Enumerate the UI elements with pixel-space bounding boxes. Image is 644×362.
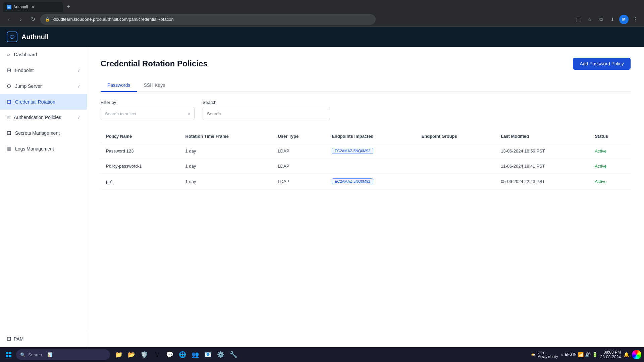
- cell-endpoint-groups: [416, 159, 496, 174]
- jump-server-icon: ⊙: [7, 83, 11, 89]
- taskbar-shield-btn[interactable]: 🛡️: [138, 349, 150, 361]
- address-bar[interactable]: 🔒 kloudlearn.kloudone.prod.authnull.com/…: [40, 14, 376, 25]
- taskbar-edge-btn[interactable]: 🌐: [176, 349, 189, 361]
- logo-icon: [7, 32, 17, 42]
- taskbar-right: 🌤️ 29°C Mostly cloudy ∧ ENG IN 📶 🔊 🔋 08:…: [531, 350, 641, 359]
- taskbar-whatsapp-btn[interactable]: 💬: [164, 349, 176, 361]
- search-label: Search: [203, 100, 330, 105]
- cell-endpoints-impacted: EC2AMAZ-5NQ0M92: [326, 174, 416, 189]
- download-button[interactable]: ⬇: [608, 15, 617, 24]
- cell-last-modified: 13-06-2024 18:59 PST: [495, 143, 589, 159]
- taskbar-time: 08:08 PM: [604, 350, 621, 355]
- app-body: ○ Dashboard ⊞ Endpoint ∨ ⊙ Jump Server ∨…: [0, 47, 644, 347]
- sidebar-item-logs-management[interactable]: ≣ Logs Management: [0, 141, 87, 157]
- endpoint-icon: ⊞: [7, 67, 11, 73]
- search-input[interactable]: [203, 107, 330, 120]
- nav-back-button[interactable]: ‹: [4, 15, 13, 24]
- tab-ssh-keys[interactable]: SSH Keys: [137, 79, 172, 92]
- color-wheel-icon[interactable]: [632, 350, 641, 359]
- sidebar-item-credential-rotation[interactable]: ⊡ Credential Rotation: [0, 94, 87, 110]
- endpoint-badge[interactable]: EC2AMAZ-5NQ0M92: [332, 178, 373, 184]
- profile-avatar[interactable]: M: [619, 15, 629, 24]
- sidebar-item-secrets-management[interactable]: ⊟ Secrets Management: [0, 125, 87, 141]
- sidebar-label-endpoint: Endpoint: [15, 68, 73, 73]
- svg-rect-1: [6, 352, 8, 354]
- weather-temp: 29°C: [538, 351, 558, 355]
- taskbar-file-explorer-btn[interactable]: 📁: [113, 349, 125, 361]
- taskbar-search-icon: 🔍: [20, 352, 25, 357]
- cell-status: Active: [589, 143, 631, 159]
- taskbar-teams-btn[interactable]: 👥: [189, 349, 201, 361]
- taskbar-search-text: Search: [28, 352, 42, 357]
- nav-reload-button[interactable]: ↻: [28, 15, 38, 24]
- notification-icon[interactable]: 🔔: [624, 352, 629, 357]
- tab-title: Authnull: [13, 5, 28, 9]
- cast-button[interactable]: ⬚: [574, 15, 583, 24]
- cell-endpoint-groups: [416, 174, 496, 189]
- policies-table: Policy Name Rotation Time Frame User Typ…: [101, 130, 631, 189]
- sidebar-item-dashboard[interactable]: ○ Dashboard: [0, 47, 87, 62]
- taskbar-search-box[interactable]: 🔍 Search 📊: [16, 349, 110, 360]
- sidebar-label-credential-rotation: Credential Rotation: [15, 99, 80, 105]
- extension-button[interactable]: ⧉: [596, 15, 606, 24]
- taskbar-dev-btn[interactable]: ⚙️: [215, 349, 227, 361]
- dashboard-icon: ○: [7, 52, 10, 58]
- svg-rect-3: [6, 355, 8, 357]
- bookmark-button[interactable]: ☆: [585, 15, 594, 24]
- battery-icon[interactable]: 🔋: [592, 352, 598, 357]
- auth-policies-chevron-icon: ∨: [77, 115, 80, 120]
- col-endpoints-impacted: Endpoints Impacted: [326, 130, 416, 143]
- filter-row: Filter by Search to select ∨ Search: [101, 100, 631, 120]
- taskbar-date: 28-08-2024: [600, 355, 621, 359]
- cell-rotation-time: 1 day: [180, 159, 273, 174]
- nav-forward-button[interactable]: ›: [16, 15, 25, 24]
- cell-user-type: LDAP: [272, 159, 326, 174]
- taskbar-vscode-btn[interactable]: 𝕍: [151, 349, 163, 361]
- auth-policies-icon: ≡: [7, 114, 10, 120]
- app-top-nav: Authnull: [0, 27, 644, 47]
- tab-favicon: A: [7, 5, 11, 9]
- new-tab-button[interactable]: +: [64, 2, 73, 11]
- sidebar-label-jump-server: Jump Server: [15, 83, 73, 89]
- sidebar-label-dashboard: Dashboard: [14, 52, 80, 57]
- add-password-policy-button[interactable]: Add Password Policy: [573, 58, 631, 70]
- menu-button[interactable]: ⋮: [631, 15, 640, 24]
- svg-rect-4: [9, 355, 11, 357]
- wifi-icon[interactable]: 📶: [578, 352, 584, 357]
- sidebar-item-jump-server[interactable]: ⊙ Jump Server ∨: [0, 78, 87, 94]
- filter-by-select[interactable]: Search to select: [101, 107, 195, 120]
- start-button[interactable]: [3, 349, 15, 361]
- taskbar-apps: 📁 📂 🛡️ 𝕍 💬 🌐 👥 📧 ⚙️ 🔧: [113, 349, 239, 361]
- sidebar-item-authentication-policies[interactable]: ≡ Authentication Policies ∨: [0, 110, 87, 125]
- cell-endpoints-impacted: EC2AMAZ-5NQ0M92: [326, 143, 416, 159]
- sidebar-item-endpoint[interactable]: ⊞ Endpoint ∨: [0, 62, 87, 78]
- pam-label: PAM: [14, 336, 23, 342]
- cell-last-modified: 05-06-2024 22:43 PST: [495, 174, 589, 189]
- taskbar-outlook-btn[interactable]: 📧: [202, 349, 214, 361]
- taskbar-system-icons: ∧ ENG IN 📶 🔊 🔋: [560, 352, 597, 357]
- address-url: kloudlearn.kloudone.prod.authnull.com/pa…: [53, 17, 371, 22]
- endpoint-badge[interactable]: EC2AMAZ-5NQ0M92: [332, 148, 373, 154]
- cell-status: Active: [589, 174, 631, 189]
- taskbar-folder-btn[interactable]: 📂: [125, 349, 138, 361]
- taskbar: 🔍 Search 📊 📁 📂 🛡️ 𝕍 💬 🌐 👥 📧 ⚙️ 🔧 🌤️ 29°C…: [0, 347, 644, 362]
- cell-rotation-time: 1 day: [180, 174, 273, 189]
- filter-by-group: Filter by Search to select ∨: [101, 100, 195, 120]
- tab-close-icon[interactable]: ✕: [31, 5, 35, 9]
- secrets-management-icon: ⊟: [7, 130, 11, 136]
- cell-policy-name: pp1: [101, 174, 180, 189]
- main-content: Credential Rotation Policies Add Passwor…: [87, 47, 644, 347]
- browser-controls: ‹ › ↻ 🔒 kloudlearn.kloudone.prod.authnul…: [0, 12, 644, 27]
- col-policy-name: Policy Name: [101, 130, 180, 143]
- sidebar: ○ Dashboard ⊞ Endpoint ∨ ⊙ Jump Server ∨…: [0, 47, 87, 347]
- browser-tab[interactable]: A Authnull ✕: [3, 2, 63, 12]
- lang-indicator: ENG IN: [565, 353, 576, 357]
- volume-icon[interactable]: 🔊: [585, 352, 591, 357]
- taskbar-app2-btn[interactable]: 🔧: [227, 349, 239, 361]
- page-title: Credential Rotation Policies: [101, 59, 208, 68]
- chevron-up-icon[interactable]: ∧: [560, 352, 564, 357]
- tabs-container: Passwords SSH Keys: [101, 79, 631, 92]
- tab-passwords[interactable]: Passwords: [101, 79, 137, 92]
- app-logo-text: Authnull: [21, 33, 49, 41]
- sidebar-pam-link[interactable]: ⊡ PAM: [0, 330, 87, 347]
